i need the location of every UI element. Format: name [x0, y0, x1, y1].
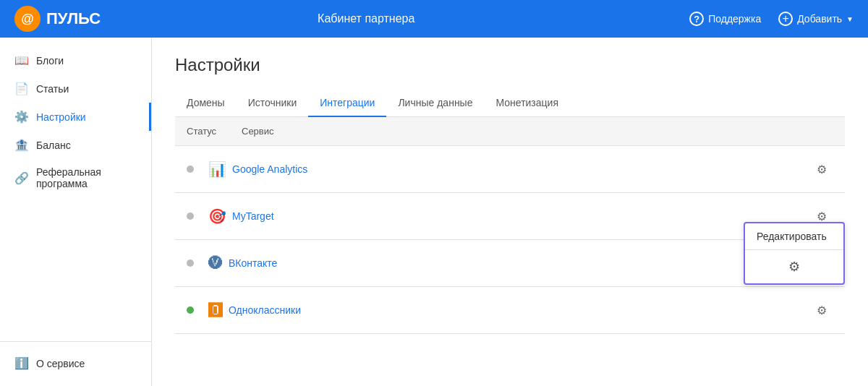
service-name[interactable]: Одноклассники	[229, 304, 301, 316]
tab-domains[interactable]: Домены	[175, 90, 237, 117]
table-header: Статус Сервис	[175, 117, 845, 146]
settings-button-ga[interactable]: ⚙	[810, 158, 833, 181]
sidebar-item-blogs[interactable]: 📖 Блоги	[0, 46, 151, 74]
tabs-bar: Домены Источники Интеграции Личные данны…	[175, 90, 845, 117]
settings-icon: ⚙️	[14, 110, 29, 124]
sidebar-item-label: Баланс	[36, 140, 71, 151]
sidebar-item-label: Реферальная программа	[36, 166, 137, 189]
ok-icon: 🅾	[208, 302, 223, 319]
add-button[interactable]: + Добавить ▼	[778, 12, 854, 26]
table-row: 🅾 Одноклассники ⚙	[175, 287, 845, 334]
sidebar-item-label: О сервисе	[36, 358, 85, 369]
tab-monetization[interactable]: Монетизация	[484, 90, 570, 117]
sidebar-bottom: ℹ️ О сервисе	[0, 341, 151, 377]
sidebar-item-balance[interactable]: 🏦 Баланс	[0, 131, 151, 159]
support-icon: ?	[689, 12, 704, 26]
tab-sources[interactable]: Источники	[237, 90, 309, 117]
support-link[interactable]: ? Поддержка	[689, 12, 761, 26]
add-icon: +	[778, 12, 793, 26]
status-dot	[187, 260, 194, 267]
main-layout: 📖 Блоги 📄 Статьи ⚙️ Настройки 🏦 Баланс 🔗…	[0, 38, 868, 386]
edit-option[interactable]: Редактировать	[745, 223, 843, 250]
gear-icon: ⚙	[788, 259, 800, 275]
service-info: 🅾 Одноклассники	[208, 302, 810, 319]
header: @ ПУЛЬС Кабинет партнера ? Поддержка + Д…	[0, 0, 868, 38]
sidebar-item-label: Блоги	[36, 55, 64, 67]
service-name[interactable]: ВКонтакте	[229, 257, 277, 269]
sidebar-item-label: Статьи	[36, 83, 69, 95]
column-service: Сервис	[242, 126, 274, 137]
content-area: Настройки Домены Источники Интеграции Ли…	[152, 38, 868, 386]
status-dot	[187, 306, 194, 314]
support-label: Поддержка	[708, 13, 761, 25]
sidebar-item-settings[interactable]: ⚙️ Настройки	[0, 103, 151, 131]
settings-popup: Редактировать ⚙	[744, 222, 845, 285]
popup-gear-option[interactable]: ⚙	[745, 250, 843, 283]
service-name[interactable]: Google Analytics	[232, 163, 307, 175]
chevron-down-icon: ▼	[846, 15, 854, 23]
column-status: Статус	[187, 126, 230, 137]
header-right: ? Поддержка + Добавить ▼	[689, 12, 854, 26]
table-row: 📊 Google Analytics ⚙	[175, 146, 845, 193]
service-name[interactable]: MyTarget	[232, 210, 274, 222]
header-title: Кабинет партнера	[43, 12, 689, 25]
page-title: Настройки	[175, 55, 845, 75]
status-dot	[187, 213, 194, 220]
status-dot	[187, 166, 194, 173]
sidebar-item-about[interactable]: ℹ️ О сервисе	[0, 349, 151, 377]
vk-icon: 🅥	[208, 255, 223, 272]
sidebar-item-label: Настройки	[36, 111, 86, 123]
ga-icon: 📊	[208, 160, 226, 178]
referral-icon: 🔗	[14, 171, 29, 185]
add-label: Добавить	[797, 13, 842, 25]
table-row: 🎯 MyTarget ⚙ Редактировать ⚙	[175, 193, 845, 240]
tab-integrations[interactable]: Интеграции	[308, 90, 386, 117]
sidebar-item-referral[interactable]: 🔗 Реферальная программа	[0, 159, 151, 197]
settings-button-ok[interactable]: ⚙	[810, 299, 833, 322]
info-icon: ℹ️	[14, 356, 29, 370]
service-info: 🎯 MyTarget	[208, 207, 810, 225]
sidebar-item-articles[interactable]: 📄 Статьи	[0, 74, 151, 103]
service-info: 🅥 ВКонтакте	[208, 255, 810, 272]
logo-icon: @	[14, 6, 41, 32]
articles-icon: 📄	[14, 82, 29, 95]
service-info: 📊 Google Analytics	[208, 160, 810, 178]
balance-icon: 🏦	[14, 138, 29, 152]
book-icon: 📖	[14, 53, 29, 67]
sidebar: 📖 Блоги 📄 Статьи ⚙️ Настройки 🏦 Баланс 🔗…	[0, 38, 152, 386]
tab-personal[interactable]: Личные данные	[386, 90, 484, 117]
mytarget-icon: 🎯	[208, 207, 226, 225]
